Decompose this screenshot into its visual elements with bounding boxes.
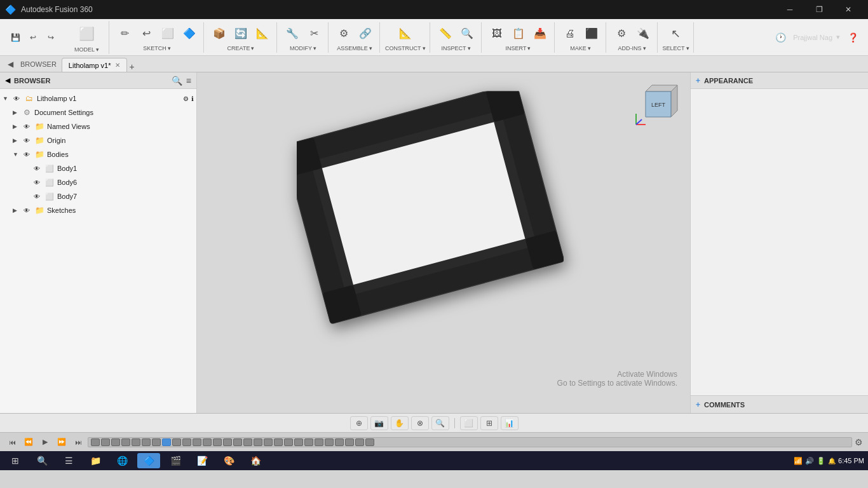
timeline-marker[interactable] (121, 438, 130, 446)
sketch-icon-2[interactable]: ↩ (136, 24, 156, 44)
mode-icon[interactable]: ⬜ (74, 22, 100, 45)
create-icon-3[interactable]: 📐 (252, 24, 273, 44)
mode-label[interactable]: MODEL▾ (74, 46, 99, 53)
appearance-panel-header[interactable]: + APPEARANCE (691, 72, 868, 89)
root-visibility-icon[interactable]: 👁 (11, 93, 22, 104)
timeline-marker[interactable] (101, 438, 110, 446)
browser-collapse-button[interactable]: ◀ (5, 76, 10, 85)
timeline-marker[interactable] (223, 438, 232, 446)
sketch-icon-4[interactable]: 🔷 (179, 24, 200, 44)
orbit-button[interactable]: ⊕ (350, 416, 368, 430)
sketch-icon-1[interactable]: ✏ (114, 24, 135, 44)
taskbar-notepad[interactable]: 📝 (191, 453, 214, 468)
create-label[interactable]: CREATE▾ (227, 45, 255, 51)
sketches-visibility[interactable]: 👁 (22, 205, 32, 215)
timeline-marker[interactable] (233, 438, 242, 446)
timeline-marker[interactable] (294, 438, 303, 446)
display-settings-button[interactable]: 📊 (501, 416, 519, 430)
timeline-marker[interactable] (203, 438, 212, 446)
construct-icon-1[interactable]: 📐 (395, 24, 416, 44)
taskbar-fusion[interactable]: 🔷 (137, 453, 160, 468)
timeline-marker[interactable] (274, 438, 283, 446)
timeline-marker[interactable] (193, 438, 201, 446)
grid-button[interactable]: ⊞ (480, 416, 498, 430)
tree-bodies[interactable]: ▼ 👁 📁 Bodies (0, 147, 196, 161)
timeline-marker[interactable] (243, 438, 252, 446)
body1-visibility[interactable]: 👁 (32, 163, 42, 173)
create-icon-2[interactable]: 🔄 (231, 24, 251, 44)
create-icon-1[interactable]: 📦 (209, 24, 229, 44)
timeline-marker[interactable] (152, 438, 161, 446)
timeline-settings-icon[interactable]: ⚙ (855, 437, 863, 447)
pan-button[interactable]: ✋ (391, 416, 409, 430)
modify-icon-1[interactable]: 🔧 (282, 24, 302, 44)
close-button[interactable]: ✕ (834, 0, 863, 19)
help-button[interactable]: ❓ (845, 30, 860, 45)
tree-origin[interactable]: ▶ 👁 📁 Origin (0, 133, 196, 147)
modify-label[interactable]: MODIFY▾ (290, 45, 316, 51)
browser-back[interactable]: ◀ (3, 57, 18, 72)
user-dropdown-icon[interactable]: ▾ (836, 33, 840, 41)
taskbar-premiere[interactable]: 🎬 (164, 453, 187, 468)
timeline-marker[interactable] (254, 438, 262, 446)
inspect-label[interactable]: INSPECT▾ (441, 45, 470, 51)
timeline-marker[interactable] (365, 438, 374, 446)
zoom-button[interactable]: ⊗ (411, 416, 429, 430)
save-button[interactable]: 💾 (8, 30, 23, 45)
taskbar-explorer[interactable]: 📁 (84, 453, 107, 468)
modify-icon-2[interactable]: ✂ (304, 24, 324, 44)
timeline-prev-button[interactable]: ⏪ (22, 435, 36, 449)
tree-named-views[interactable]: ▶ 👁 📁 Named Views (0, 119, 196, 133)
taskbar-paint[interactable]: 🎨 (217, 453, 240, 468)
addins-icon-2[interactable]: 🔌 (633, 24, 653, 44)
assemble-label[interactable]: ASSEMBLE▾ (337, 45, 372, 51)
make-label[interactable]: MAKE▾ (570, 45, 591, 51)
task-view-button[interactable]: ☰ (57, 453, 80, 468)
comments-panel-footer[interactable]: + COMMENTS (691, 395, 868, 413)
inspect-icon-2[interactable]: 🔍 (457, 24, 477, 44)
timeline-marker-active[interactable] (162, 438, 171, 446)
timeline-marker[interactable] (111, 438, 120, 446)
tree-body1[interactable]: 👁 ⬜ Body1 (0, 161, 196, 175)
timeline-marker[interactable] (315, 438, 323, 446)
tab-add-button[interactable]: + (130, 62, 135, 72)
timeline-start-button[interactable]: ⏮ (5, 435, 19, 449)
undo-button[interactable]: ↩ (25, 30, 41, 45)
assemble-icon-2[interactable]: 🔗 (355, 24, 376, 44)
select-icon-1[interactable]: ↖ (666, 24, 686, 44)
make-icon-1[interactable]: 🖨 (560, 24, 580, 44)
construct-label[interactable]: CONSTRUCT▾ (385, 45, 426, 51)
insert-label[interactable]: INSERT▾ (506, 45, 531, 51)
browser-options-button[interactable]: ≡ (186, 76, 191, 86)
addins-icon-1[interactable]: ⚙ (611, 24, 632, 44)
timeline-marker[interactable] (355, 438, 364, 446)
origin-visibility[interactable]: 👁 (22, 135, 32, 146)
taskbar-chrome[interactable]: 🌐 (111, 453, 133, 468)
sketch-label[interactable]: SKETCH▾ (143, 45, 171, 51)
timeline-marker[interactable] (345, 438, 354, 446)
start-button[interactable]: ⊞ (4, 453, 27, 468)
browser-search-button[interactable]: 🔍 (172, 76, 182, 86)
inspect-icon-1[interactable]: 📏 (435, 24, 456, 44)
timeline-marker[interactable] (182, 438, 191, 446)
timeline-play-button[interactable]: ▶ (38, 435, 52, 449)
redo-button[interactable]: ↪ (43, 30, 58, 45)
taskbar-app[interactable]: 🏠 (244, 453, 267, 468)
look-at-button[interactable]: 📷 (370, 416, 388, 430)
named-views-visibility[interactable]: 👁 (22, 121, 32, 132)
timeline-marker[interactable] (264, 438, 273, 446)
insert-icon-3[interactable]: 📥 (530, 24, 550, 44)
timeline-next-button[interactable]: ⏩ (55, 435, 69, 449)
timeline-marker[interactable] (304, 438, 313, 446)
timeline-marker[interactable] (325, 438, 334, 446)
timeline-marker[interactable] (132, 438, 140, 446)
minimize-button[interactable]: ─ (775, 0, 804, 19)
insert-icon-1[interactable]: 🖼 (487, 24, 507, 44)
root-settings-icon[interactable]: ⚙ (183, 95, 189, 102)
body6-visibility[interactable]: 👁 (32, 177, 42, 187)
fit-button[interactable]: 🔍 (431, 416, 449, 430)
select-label[interactable]: SELECT▾ (663, 45, 689, 51)
tree-root[interactable]: ▼ 👁 🗂 Litholamp v1 ⚙ ℹ (0, 92, 196, 105)
timeline-marker[interactable] (142, 438, 151, 446)
assemble-icon-1[interactable]: ⚙ (334, 24, 354, 44)
